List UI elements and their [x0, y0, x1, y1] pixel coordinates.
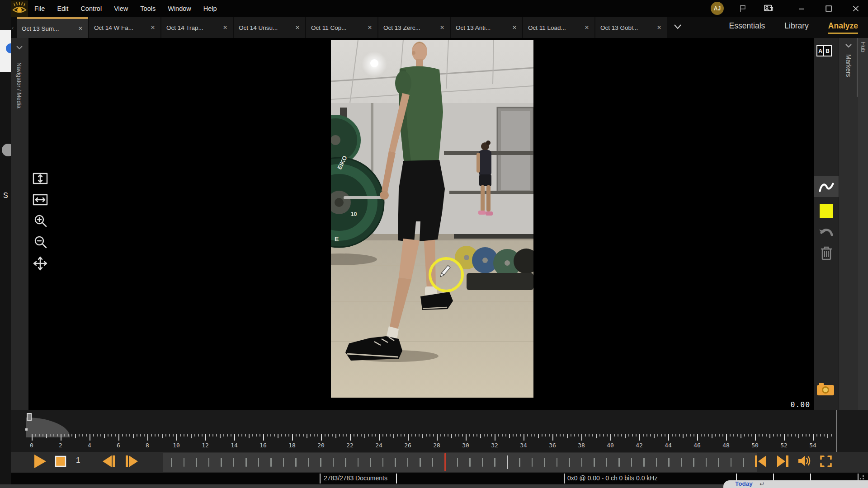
fit-width-button[interactable] [31, 190, 50, 209]
tab-overflow-chevron-icon[interactable] [674, 24, 682, 29]
jog-tick [718, 458, 719, 467]
snapshot-camera-button[interactable] [816, 381, 835, 396]
menu-item-view[interactable]: View [114, 5, 128, 12]
document-tab[interactable]: Oct 14 Trap...✕ [161, 17, 233, 38]
play-button[interactable] [33, 454, 47, 469]
playback-speed[interactable]: 1 [76, 456, 80, 465]
markers-title[interactable]: Markers [845, 54, 852, 77]
fit-height-button[interactable] [31, 169, 50, 188]
trash-button[interactable] [819, 245, 834, 261]
ruler-label: 46 [693, 442, 701, 449]
jog-strip[interactable] [163, 453, 757, 472]
document-tab[interactable]: Oct 14 W Fa...✕ [89, 17, 160, 38]
zoom-out-button[interactable] [31, 233, 50, 252]
stop-button[interactable] [54, 455, 67, 468]
menu-item-edit[interactable]: Edit [57, 5, 68, 12]
tab-scroll-left-icon[interactable]: ‹ [12, 24, 14, 31]
skip-end-button[interactable] [776, 454, 790, 469]
document-tab[interactable]: Oct 13 Sum...✕ [17, 17, 88, 38]
menu-item-help[interactable]: Help [203, 5, 217, 12]
ruler-label: 32 [491, 442, 498, 449]
mode-tab-essentials[interactable]: Essentials [729, 21, 765, 34]
mode-tab-analyze[interactable]: Analyze [828, 21, 858, 34]
close-icon[interactable]: ✕ [440, 24, 444, 31]
navigator-media-title[interactable]: Navigator / Media [16, 62, 23, 108]
fullscreen-button[interactable] [819, 455, 833, 468]
background-partial-label: S [3, 192, 8, 200]
ruler-tick [816, 434, 817, 436]
volume-button[interactable] [797, 453, 812, 469]
document-tab[interactable]: Oct 13 Zerc...✕ [378, 17, 450, 38]
ruler-tick [596, 434, 597, 438]
ruler-tick [654, 434, 655, 438]
jog-tick [333, 458, 334, 467]
ruler-tick [552, 434, 553, 441]
app-eye-logo-icon[interactable] [11, 0, 28, 17]
collaborate-icon[interactable] [763, 4, 775, 14]
timeline-scrub-handle[interactable] [27, 413, 32, 421]
jog-tick [196, 458, 197, 467]
jog-tick [358, 458, 359, 467]
ruler-tick [86, 434, 87, 436]
ruler-tick [701, 434, 702, 436]
document-tab[interactable]: Oct 13 Gobl...✕ [595, 17, 667, 38]
jog-tick [208, 458, 210, 467]
jog-tick [245, 458, 247, 467]
document-tab[interactable]: Oct 14 Unsu...✕ [234, 17, 305, 38]
hub-title[interactable]: Hub [860, 42, 867, 52]
undo-button[interactable] [818, 225, 834, 240]
ruler-tick [270, 434, 271, 436]
close-icon[interactable]: ✕ [512, 24, 517, 31]
color-swatch-yellow[interactable] [820, 204, 833, 218]
close-icon[interactable] [850, 4, 862, 14]
ruler-tick [137, 434, 137, 436]
document-tab[interactable]: Oct 11 Load...✕ [523, 17, 594, 38]
ruler-label: 44 [665, 442, 672, 449]
ruler-tick [401, 434, 401, 436]
avatar[interactable]: AJ [711, 2, 724, 15]
menu-bar: FileEditControlViewToolsWindowHelp [34, 0, 217, 17]
close-icon[interactable]: ✕ [78, 25, 83, 32]
ruler-tick [657, 434, 658, 436]
ruler-label: 0 [30, 442, 33, 449]
compare-a-cell[interactable]: A [816, 45, 824, 56]
step-back-button[interactable] [101, 455, 117, 468]
jog-tick [643, 458, 645, 467]
ruler-tick [788, 434, 788, 436]
close-icon[interactable]: ✕ [657, 24, 661, 31]
step-forward-button[interactable] [124, 455, 139, 468]
ruler-tick [285, 434, 286, 436]
mode-tab-library[interactable]: Library [784, 21, 809, 34]
navigator-collapse-chevron-icon[interactable] [16, 45, 23, 50]
ruler-tick [726, 434, 727, 441]
ruler-tick [712, 434, 712, 438]
ruler-tick [390, 434, 391, 436]
menu-item-control[interactable]: Control [80, 5, 102, 12]
close-icon[interactable]: ✕ [295, 24, 300, 31]
close-icon[interactable]: ✕ [223, 24, 227, 31]
compare-b-cell[interactable]: B [824, 45, 832, 56]
menu-item-tools[interactable]: Tools [140, 5, 156, 12]
timeline-ruler[interactable]: 0246810121416182022242628303234363840424… [28, 434, 835, 452]
minimize-icon[interactable] [796, 4, 807, 14]
ruler-tick [520, 434, 521, 436]
zoom-in-button[interactable] [31, 211, 50, 230]
ruler-tick [592, 434, 593, 436]
flag-icon[interactable] [737, 4, 749, 14]
pan-button[interactable] [31, 254, 50, 273]
freehand-curve-tool-button[interactable] [814, 176, 839, 197]
compare-ab-button[interactable]: A B [816, 45, 832, 56]
document-tab[interactable]: Oct 13 Anti...✕ [451, 17, 522, 38]
skip-start-button[interactable] [753, 454, 768, 469]
maximize-icon[interactable] [823, 4, 835, 14]
ruler-tick [32, 434, 33, 441]
menu-item-file[interactable]: File [34, 5, 45, 12]
markers-collapse-chevron-icon[interactable] [845, 43, 852, 48]
ruler-tick [133, 434, 134, 438]
document-tab[interactable]: Oct 11 Cop...✕ [306, 17, 377, 38]
close-icon[interactable]: ✕ [368, 24, 372, 31]
close-icon[interactable]: ✕ [151, 24, 155, 31]
close-icon[interactable]: ✕ [585, 24, 589, 31]
menu-item-window[interactable]: Window [168, 5, 191, 12]
rail-scrollbar[interactable] [857, 38, 858, 97]
